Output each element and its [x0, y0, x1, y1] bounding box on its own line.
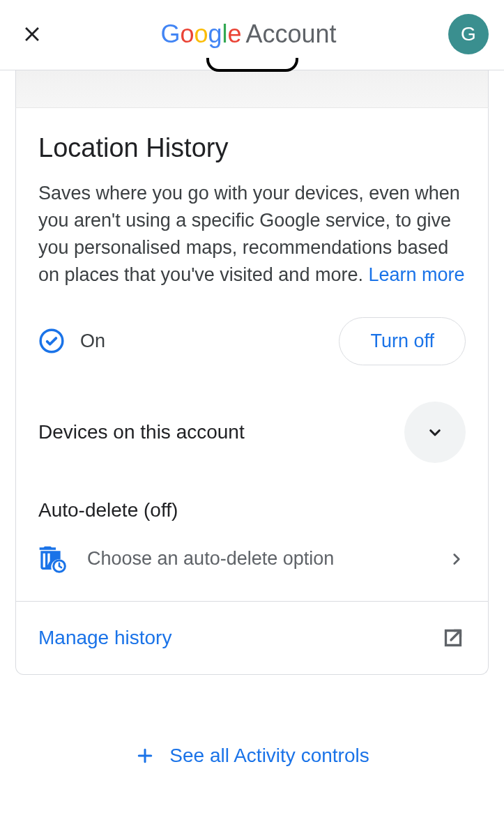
chevron-down-icon: [425, 422, 445, 443]
preview-banner: [15, 70, 489, 108]
chevron-right-icon: [448, 550, 466, 568]
check-circle-icon: [38, 328, 65, 354]
devices-expand-button[interactable]: [404, 402, 466, 463]
manage-history-text: Manage history: [38, 627, 171, 649]
see-all-activity-controls[interactable]: See all Activity controls: [0, 745, 504, 767]
open-external-icon: [441, 625, 466, 650]
autodelete-row[interactable]: Choose an auto-delete option: [38, 545, 466, 601]
google-account-logo: Google Account: [160, 20, 336, 49]
phone-frame-stub: [206, 58, 298, 72]
status-left: On: [38, 328, 105, 354]
see-all-text: See all Activity controls: [169, 745, 369, 767]
account-word: Account: [246, 20, 337, 49]
devices-row[interactable]: Devices on this account: [38, 402, 466, 463]
devices-label: Devices on this account: [38, 421, 245, 443]
avatar[interactable]: G: [448, 14, 489, 54]
turn-off-button[interactable]: Turn off: [339, 317, 466, 365]
status-row: On Turn off: [38, 317, 466, 365]
autodelete-title: Auto-delete (off): [38, 499, 466, 521]
location-history-card: Location History Saves where you go with…: [15, 108, 489, 675]
autodelete-option-text: Choose an auto-delete option: [87, 548, 427, 570]
card-title: Location History: [38, 133, 466, 163]
learn-more-link[interactable]: Learn more: [368, 264, 464, 285]
avatar-letter: G: [461, 23, 476, 45]
close-icon: [20, 22, 44, 46]
plus-icon: [135, 745, 155, 766]
manage-history-row[interactable]: Manage history: [16, 601, 488, 674]
card-description: Saves where you go with your devices, ev…: [38, 180, 466, 289]
auto-delete-icon: [38, 545, 66, 573]
close-button[interactable]: [15, 17, 49, 51]
status-label: On: [80, 330, 105, 352]
